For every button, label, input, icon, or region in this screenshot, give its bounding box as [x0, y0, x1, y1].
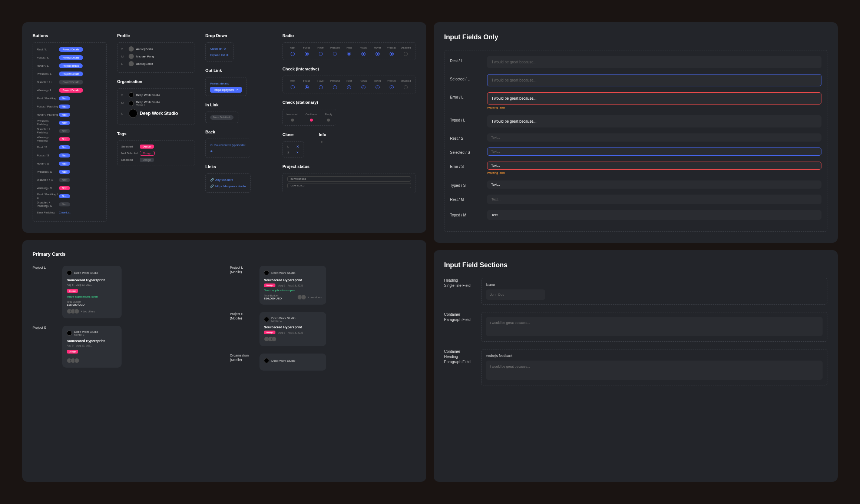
- input-fields-title: Input Fields Only: [444, 33, 827, 41]
- check-option[interactable]: [361, 85, 366, 89]
- check-option[interactable]: [347, 85, 351, 89]
- components-panel: Buttons Rest / LProject DetailsFocus / L…: [22, 22, 426, 233]
- paragraph-input[interactable]: [486, 317, 823, 336]
- radio-header: Focus: [301, 46, 312, 49]
- check-option[interactable]: [319, 85, 323, 89]
- button-14[interactable]: Next: [59, 162, 70, 166]
- card-tag: Design: [67, 350, 78, 354]
- text-input[interactable]: [487, 195, 821, 204]
- text-input[interactable]: [487, 133, 821, 142]
- check-option[interactable]: [376, 85, 380, 89]
- back-item-2[interactable]: ⊕: [210, 148, 245, 155]
- project-s-mobile-card[interactable]: Deep Work StudioMentor ● Sourcecred Hype…: [259, 312, 326, 346]
- back-item[interactable]: ⊙ Sourcecred Hypersprint: [210, 142, 245, 148]
- close-section: Close L✕ S✕: [282, 132, 304, 158]
- button-1[interactable]: Project Details: [59, 55, 83, 60]
- text-input[interactable]: [487, 92, 821, 105]
- button-11[interactable]: Next: [59, 137, 70, 141]
- text-input[interactable]: [487, 115, 821, 127]
- button-13[interactable]: Next: [59, 153, 70, 158]
- check-option[interactable]: [390, 85, 394, 89]
- button-10[interactable]: Next: [59, 129, 70, 133]
- dropdown-expand[interactable]: Expand list ⊕: [210, 52, 229, 58]
- button-2[interactable]: Project details: [59, 63, 83, 68]
- tag[interactable]: Design: [140, 158, 154, 162]
- input-state-label: Selected / L: [450, 74, 487, 81]
- budget-value: $16,000 USD: [67, 303, 117, 306]
- links-title: Links: [205, 165, 272, 169]
- button-3[interactable]: Project Details: [59, 72, 83, 76]
- radio-option[interactable]: [291, 52, 295, 56]
- button-17[interactable]: Next: [59, 186, 70, 190]
- project-l-mobile-card[interactable]: Deep Work Studio Sourcecred Hypersprint …: [259, 266, 326, 305]
- text-input[interactable]: [487, 180, 821, 189]
- radio-option[interactable]: [390, 52, 394, 56]
- check-option[interactable]: [333, 85, 337, 89]
- check-option[interactable]: [291, 85, 295, 89]
- radio-option[interactable]: [347, 52, 351, 56]
- button-16[interactable]: Next: [59, 178, 70, 182]
- button-4[interactable]: Project Details: [59, 80, 83, 84]
- radio-option[interactable]: [376, 52, 380, 56]
- button-state-label: Pressed / S: [37, 170, 59, 173]
- button-state-label: Rest / Padding: [37, 97, 59, 100]
- button-15[interactable]: Next: [59, 170, 70, 174]
- text-input[interactable]: [487, 56, 821, 68]
- profile-name: Michael Pong: [136, 55, 154, 58]
- single-line-input[interactable]: [486, 289, 545, 300]
- radio-header: Focus: [357, 46, 369, 49]
- button-7[interactable]: Next: [59, 105, 70, 109]
- radio-header: Hover: [371, 46, 383, 49]
- text-input[interactable]: [487, 210, 821, 220]
- org-mobile-card[interactable]: Deep Work Studio: [259, 354, 326, 371]
- project-l-card[interactable]: Deep Work Studio Sourcecred Hypersprint …: [62, 266, 122, 318]
- button-state-label: Warning / S: [37, 186, 59, 190]
- close-icon-l[interactable]: ✕: [296, 145, 299, 149]
- warning-label: Warning label: [487, 171, 821, 175]
- link-1[interactable]: 🔗 Any-text-here: [210, 177, 246, 183]
- button-12[interactable]: Next: [59, 145, 70, 149]
- outlink-pill[interactable]: Request payment ↗: [210, 87, 242, 93]
- project-s-card[interactable]: Deep Work StudioMentor ● Sourcecred Hype…: [62, 326, 122, 368]
- radio-option[interactable]: [305, 52, 309, 56]
- input-sections-title: Input Field Sections: [444, 261, 827, 269]
- dropdown-close[interactable]: Close list ⊖: [210, 46, 229, 52]
- link-icon: 🔗: [210, 178, 214, 182]
- radio-option[interactable]: [361, 52, 366, 56]
- radio-header: Disabled: [400, 46, 412, 49]
- card-date: Aug 5 – Aug 13, 2021: [278, 331, 303, 334]
- button-0[interactable]: Project Details: [59, 47, 83, 52]
- tag[interactable]: Design: [140, 145, 154, 149]
- button-19[interactable]: Next: [59, 202, 70, 206]
- button-5[interactable]: Project Details: [59, 88, 83, 93]
- text-input[interactable]: [487, 147, 821, 156]
- primary-cards-title: Primary Cards: [33, 251, 416, 257]
- check-header: Pressed: [329, 80, 341, 82]
- plus-circle-icon: ⊕: [226, 53, 229, 57]
- radio-section: Radio RestFocusHoverPressedRestFocusHove…: [282, 33, 416, 60]
- button-6[interactable]: Next: [59, 96, 70, 100]
- check-header: Rest: [343, 80, 355, 82]
- radio-option[interactable]: [333, 52, 337, 56]
- back-title: Back: [205, 130, 272, 134]
- close-title: Close: [282, 132, 304, 137]
- profile-name: Andrej Berlin: [136, 62, 153, 66]
- button-8[interactable]: Next: [59, 113, 70, 117]
- inlink-btn[interactable]: More Details ⊕: [210, 115, 234, 120]
- radio-option[interactable]: [319, 52, 323, 56]
- button-18[interactable]: Next: [59, 194, 70, 198]
- tag[interactable]: Design: [140, 151, 155, 156]
- text-input[interactable]: [487, 162, 821, 170]
- button-9[interactable]: Next: [59, 121, 70, 125]
- paragraph-input[interactable]: [486, 361, 823, 380]
- check-option[interactable]: [305, 85, 309, 89]
- link-2[interactable]: 🔗 https://deepwork.studio: [210, 183, 246, 189]
- card-tag: Design: [264, 331, 275, 334]
- zero-padding-link[interactable]: Close List: [59, 211, 70, 214]
- outlink-text[interactable]: Project details: [210, 80, 242, 87]
- card-date: Aug 5 – Aug 13, 2021: [278, 284, 303, 287]
- check-stationary-title: Check (stationary): [282, 100, 416, 105]
- text-input[interactable]: [487, 74, 821, 86]
- close-icon-s[interactable]: ✕: [296, 151, 299, 154]
- button-state-label: Warning / L: [37, 89, 59, 92]
